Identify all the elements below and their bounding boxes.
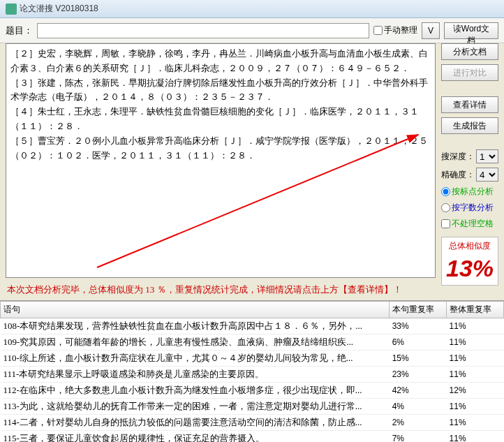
titlebar: 论文潜搜 V20180318 — [0, 0, 504, 18]
cell-overall-rate: 11% — [447, 431, 504, 443]
cell-sent-rate: 23% — [390, 367, 447, 383]
cell-sent-rate: 2% — [390, 415, 447, 431]
cell-sent-rate: 6% — [390, 334, 447, 351]
opt-punct[interactable]: 按标点分析 — [441, 186, 498, 198]
v-button[interactable]: V — [422, 22, 440, 39]
accuracy-row: 精确度： 4 — [441, 168, 498, 182]
top-row: 题目： 手动整理 V 读Word文档 — [0, 18, 504, 43]
reference-line: ［２］史宏，李晓辉，周敏，李晓静，徐鸣，李丹，冉丛兰．川崎病血小板升高与血清血小… — [10, 47, 431, 76]
cell-sent-rate: 33% — [390, 318, 447, 334]
cell-overall-rate: 11% — [447, 334, 504, 351]
col-sentence-rate[interactable]: 本句重复率 — [390, 302, 447, 318]
depth-select[interactable]: 1 — [476, 149, 498, 163]
cell-sentence: 109-究其原因，可能随着年龄的增长，儿童患有慢性感染、血液病、肿瘤及结缔组织疾… — [1, 334, 390, 351]
app-icon — [6, 3, 17, 15]
accuracy-select[interactable]: 4 — [476, 168, 498, 182]
depth-row: 搜深度： 1 — [441, 149, 498, 163]
table-row[interactable]: 108-本研究结果发现，营养性缺铁性贫血在血小板计数升高原因中占１８．６％，另外… — [1, 318, 504, 334]
similarity-value: 13% — [445, 252, 495, 282]
side-panel: 分析文档 进行对比 查看详情 生成报告 搜深度： 1 精确度： 4 按标点分析 … — [438, 43, 504, 300]
topic-label: 题目： — [6, 24, 33, 37]
opt-chars[interactable]: 按字数分析 — [441, 202, 498, 214]
cell-overall-rate: 11% — [447, 351, 504, 367]
table-row[interactable]: 109-究其原因，可能随着年龄的增长，儿童患有慢性感染、血液病、肿瘤及结缔组织疾… — [1, 334, 504, 351]
cell-sentence: 112-在临床中，绝大多数患儿血小板计数升高为继发性血小板增多症，很少出现症状，… — [1, 383, 390, 399]
cell-sentence: 108-本研究结果发现，营养性缺铁性贫血在血小板计数升高原因中占１８．６％，另外… — [1, 318, 390, 334]
cell-sentence: 114-二者，针对婴幼儿自身的抵抗力较低的问题需要注意活动空间的清洁和除菌，防止… — [1, 415, 390, 431]
opt-chars-radio[interactable] — [441, 203, 450, 212]
reference-line: ［５］曹宝芳．２０例小儿血小板异常升高临床分析［Ｊ］．咸宁学院学报（医学版），２… — [10, 134, 431, 163]
results-table[interactable]: 语句 本句重复率 整体重复率 108-本研究结果发现，营养性缺铁性贫血在血小板计… — [0, 301, 504, 442]
cell-sentence: 113-为此，这就给婴幼儿的抚育工作带来一定的困难，一者，需注意定期对婴幼儿进行… — [1, 399, 390, 415]
reference-line: ［３］张建，陈杰，张新民．早期抗凝治疗脾切除后继发性血小板升高的疗效分析［Ｊ］．… — [10, 76, 431, 105]
analyze-button[interactable]: 分析文档 — [441, 43, 498, 60]
topic-input[interactable] — [37, 23, 369, 38]
table-row[interactable]: 112-在临床中，绝大多数患儿血小板计数升高为继发性血小板增多症，很少出现症状，… — [1, 383, 504, 399]
accuracy-label: 精确度： — [441, 169, 475, 181]
titlebar-text: 论文潜搜 V20180318 — [20, 3, 98, 15]
cell-overall-rate: 11% — [447, 318, 504, 334]
similarity-label: 总体相似度 — [445, 240, 495, 252]
cell-overall-rate: 12% — [447, 383, 504, 399]
cell-overall-rate: 11% — [447, 415, 504, 431]
col-overall-rate[interactable]: 整体重复率 — [447, 302, 504, 318]
cell-sentence: 110-综上所述，血小板计数升高症状在儿童中，尤其０～４岁的婴幼儿间较为常见，绝… — [1, 351, 390, 367]
similarity-box: 总体相似度 13% — [441, 237, 498, 286]
results-table-wrap: 语句 本句重复率 整体重复率 108-本研究结果发现，营养性缺铁性贫血在血小板计… — [0, 300, 504, 442]
cell-sentence: 115-三者，要保证儿童饮食起居的规律性，保证充足的营养摄入。 — [1, 431, 390, 443]
col-sentence[interactable]: 语句 — [1, 302, 390, 318]
cell-sent-rate: 4% — [390, 399, 447, 415]
reference-line: ［４］朱士红，王永志，朱理平．缺铁性贫血骨髓巨核细胞的变化［Ｊ］．临床医学，２０… — [10, 105, 431, 134]
table-row[interactable]: 110-综上所述，血小板计数升高症状在儿童中，尤其０～４岁的婴幼儿间较为常见，绝… — [1, 351, 504, 367]
analysis-notice: 本次文档分析完毕，总体相似度为 13 ％，重复情况统计完成，详细情况请点击上方【… — [6, 278, 436, 297]
report-button[interactable]: 生成报告 — [441, 117, 498, 134]
read-word-button[interactable]: 读Word文档 — [444, 22, 498, 39]
reference-textbox[interactable]: ［２］史宏，李晓辉，周敏，李晓静，徐鸣，李丹，冉丛兰．川崎病血小板升高与血清血小… — [6, 43, 436, 278]
opt-nospace[interactable]: 不处理空格 — [441, 218, 498, 230]
manual-checkbox[interactable] — [373, 26, 383, 35]
compare-button: 进行对比 — [441, 64, 498, 81]
manual-checkbox-label: 手动整理 — [384, 24, 417, 36]
details-button[interactable]: 查看详情 — [441, 96, 498, 113]
opt-punct-radio[interactable] — [441, 187, 450, 196]
cell-sentence: 111-本研究结果显示上呼吸道感染和肺炎是儿童感染的主要原因。 — [1, 367, 390, 383]
table-row[interactable]: 114-二者，针对婴幼儿自身的抵抗力较低的问题需要注意活动空间的清洁和除菌，防止… — [1, 415, 504, 431]
manual-checkbox-wrap[interactable]: 手动整理 — [373, 24, 417, 36]
depth-label: 搜深度： — [441, 151, 475, 163]
table-row[interactable]: 111-本研究结果显示上呼吸道感染和肺炎是儿童感染的主要原因。23%11% — [1, 367, 504, 383]
opt-nospace-check[interactable] — [441, 219, 450, 228]
cell-sent-rate: 42% — [390, 383, 447, 399]
table-row[interactable]: 115-三者，要保证儿童饮食起居的规律性，保证充足的营养摄入。7%11% — [1, 431, 504, 443]
table-row[interactable]: 113-为此，这就给婴幼儿的抚育工作带来一定的困难，一者，需注意定期对婴幼儿进行… — [1, 399, 504, 415]
cell-sent-rate: 7% — [390, 431, 447, 443]
cell-sent-rate: 15% — [390, 351, 447, 367]
cell-overall-rate: 11% — [447, 367, 504, 383]
cell-overall-rate: 11% — [447, 399, 504, 415]
